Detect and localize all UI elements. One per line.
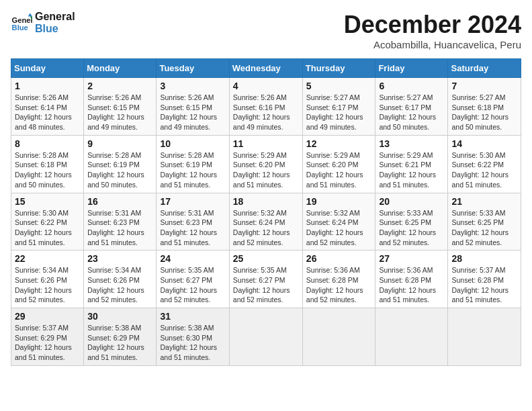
calendar-week-2: 8Sunrise: 5:28 AM Sunset: 6:18 PM Daylig… bbox=[11, 135, 521, 193]
day-info: Sunrise: 5:31 AM Sunset: 6:23 PM Dayligh… bbox=[87, 208, 152, 248]
location-subtitle: Acobambilla, Huancavelica, Peru bbox=[344, 39, 521, 50]
day-info: Sunrise: 5:29 AM Sunset: 6:21 PM Dayligh… bbox=[379, 150, 444, 190]
calendar-cell: 22Sunrise: 5:34 AM Sunset: 6:26 PM Dayli… bbox=[11, 250, 84, 308]
weekday-header-row: Sunday Monday Tuesday Wednesday Thursday… bbox=[11, 59, 521, 78]
day-info: Sunrise: 5:37 AM Sunset: 6:28 PM Dayligh… bbox=[451, 265, 517, 305]
day-info: Sunrise: 5:27 AM Sunset: 6:17 PM Dayligh… bbox=[306, 93, 372, 132]
calendar-cell: 21Sunrise: 5:33 AM Sunset: 6:25 PM Dayli… bbox=[448, 193, 521, 250]
day-info: Sunrise: 5:29 AM Sunset: 6:20 PM Dayligh… bbox=[233, 150, 299, 190]
day-number: 25 bbox=[233, 253, 299, 264]
day-number: 18 bbox=[233, 196, 299, 207]
day-number: 14 bbox=[451, 138, 517, 149]
header-sunday: Sunday bbox=[11, 59, 84, 78]
day-info: Sunrise: 5:30 AM Sunset: 6:22 PM Dayligh… bbox=[451, 150, 517, 190]
day-info: Sunrise: 5:33 AM Sunset: 6:25 PM Dayligh… bbox=[451, 208, 517, 248]
calendar-cell: 4Sunrise: 5:26 AM Sunset: 6:16 PM Daylig… bbox=[229, 78, 302, 136]
day-number: 3 bbox=[160, 81, 225, 91]
day-number: 4 bbox=[233, 81, 299, 91]
calendar-cell bbox=[448, 308, 521, 366]
calendar-cell bbox=[375, 308, 448, 366]
day-number: 28 bbox=[451, 253, 517, 264]
calendar-cell: 23Sunrise: 5:34 AM Sunset: 6:26 PM Dayli… bbox=[84, 250, 157, 308]
day-number: 1 bbox=[15, 81, 80, 91]
day-info: Sunrise: 5:26 AM Sunset: 6:16 PM Dayligh… bbox=[233, 93, 299, 132]
calendar-cell: 26Sunrise: 5:36 AM Sunset: 6:28 PM Dayli… bbox=[302, 250, 375, 308]
calendar-cell: 3Sunrise: 5:26 AM Sunset: 6:15 PM Daylig… bbox=[157, 78, 229, 136]
day-number: 26 bbox=[306, 253, 372, 264]
calendar-cell: 10Sunrise: 5:28 AM Sunset: 6:19 PM Dayli… bbox=[157, 135, 229, 193]
day-info: Sunrise: 5:38 AM Sunset: 6:29 PM Dayligh… bbox=[87, 323, 152, 363]
header-monday: Monday bbox=[84, 59, 157, 78]
day-number: 29 bbox=[15, 311, 80, 322]
calendar-cell: 16Sunrise: 5:31 AM Sunset: 6:23 PM Dayli… bbox=[84, 193, 157, 250]
day-info: Sunrise: 5:28 AM Sunset: 6:18 PM Dayligh… bbox=[15, 150, 80, 190]
calendar-cell: 9Sunrise: 5:28 AM Sunset: 6:19 PM Daylig… bbox=[84, 135, 157, 193]
calendar-cell bbox=[302, 308, 375, 366]
calendar-week-3: 15Sunrise: 5:30 AM Sunset: 6:22 PM Dayli… bbox=[11, 193, 521, 250]
calendar-cell: 11Sunrise: 5:29 AM Sunset: 6:20 PM Dayli… bbox=[229, 135, 302, 193]
day-info: Sunrise: 5:32 AM Sunset: 6:24 PM Dayligh… bbox=[306, 208, 372, 248]
svg-marker-2 bbox=[28, 13, 32, 17]
day-info: Sunrise: 5:32 AM Sunset: 6:24 PM Dayligh… bbox=[233, 208, 299, 248]
calendar-week-5: 29Sunrise: 5:37 AM Sunset: 6:29 PM Dayli… bbox=[11, 308, 521, 366]
calendar-cell: 12Sunrise: 5:29 AM Sunset: 6:20 PM Dayli… bbox=[302, 135, 375, 193]
day-number: 20 bbox=[379, 196, 444, 207]
day-number: 22 bbox=[15, 253, 80, 264]
day-info: Sunrise: 5:33 AM Sunset: 6:25 PM Dayligh… bbox=[379, 208, 444, 248]
day-info: Sunrise: 5:35 AM Sunset: 6:27 PM Dayligh… bbox=[160, 265, 225, 305]
day-info: Sunrise: 5:31 AM Sunset: 6:23 PM Dayligh… bbox=[160, 208, 225, 248]
calendar-week-1: 1Sunrise: 5:26 AM Sunset: 6:14 PM Daylig… bbox=[11, 78, 521, 136]
day-info: Sunrise: 5:27 AM Sunset: 6:17 PM Dayligh… bbox=[379, 93, 444, 132]
day-number: 9 bbox=[87, 138, 152, 149]
header-friday: Friday bbox=[375, 59, 448, 78]
calendar-cell: 1Sunrise: 5:26 AM Sunset: 6:14 PM Daylig… bbox=[11, 78, 84, 136]
day-number: 23 bbox=[87, 253, 152, 264]
day-info: Sunrise: 5:28 AM Sunset: 6:19 PM Dayligh… bbox=[87, 150, 152, 190]
calendar-cell: 24Sunrise: 5:35 AM Sunset: 6:27 PM Dayli… bbox=[157, 250, 229, 308]
title-block: December 2024 Acobambilla, Huancavelica,… bbox=[344, 11, 521, 50]
day-number: 2 bbox=[87, 81, 152, 91]
calendar-cell: 25Sunrise: 5:35 AM Sunset: 6:27 PM Dayli… bbox=[229, 250, 302, 308]
header-tuesday: Tuesday bbox=[157, 59, 229, 78]
calendar-cell: 30Sunrise: 5:38 AM Sunset: 6:29 PM Dayli… bbox=[84, 308, 157, 366]
calendar-cell: 13Sunrise: 5:29 AM Sunset: 6:21 PM Dayli… bbox=[375, 135, 448, 193]
day-number: 21 bbox=[451, 196, 517, 207]
day-info: Sunrise: 5:34 AM Sunset: 6:26 PM Dayligh… bbox=[15, 265, 80, 305]
calendar-cell: 8Sunrise: 5:28 AM Sunset: 6:18 PM Daylig… bbox=[11, 135, 84, 193]
day-number: 7 bbox=[451, 81, 517, 91]
day-number: 10 bbox=[160, 138, 225, 149]
day-info: Sunrise: 5:28 AM Sunset: 6:19 PM Dayligh… bbox=[160, 150, 225, 190]
day-info: Sunrise: 5:34 AM Sunset: 6:26 PM Dayligh… bbox=[87, 265, 152, 305]
day-info: Sunrise: 5:37 AM Sunset: 6:29 PM Dayligh… bbox=[15, 323, 80, 363]
day-info: Sunrise: 5:36 AM Sunset: 6:28 PM Dayligh… bbox=[306, 265, 372, 305]
calendar-cell: 7Sunrise: 5:27 AM Sunset: 6:18 PM Daylig… bbox=[448, 78, 521, 136]
day-info: Sunrise: 5:36 AM Sunset: 6:28 PM Dayligh… bbox=[379, 265, 444, 305]
day-info: Sunrise: 5:27 AM Sunset: 6:18 PM Dayligh… bbox=[451, 93, 517, 132]
day-info: Sunrise: 5:26 AM Sunset: 6:15 PM Dayligh… bbox=[160, 93, 225, 132]
day-number: 11 bbox=[233, 138, 299, 149]
day-number: 8 bbox=[15, 138, 80, 149]
calendar-cell: 31Sunrise: 5:38 AM Sunset: 6:30 PM Dayli… bbox=[157, 308, 229, 366]
calendar-cell: 15Sunrise: 5:30 AM Sunset: 6:22 PM Dayli… bbox=[11, 193, 84, 250]
day-info: Sunrise: 5:29 AM Sunset: 6:20 PM Dayligh… bbox=[306, 150, 372, 190]
day-number: 15 bbox=[15, 196, 80, 207]
logo-line2: Blue bbox=[35, 23, 75, 35]
calendar-cell: 19Sunrise: 5:32 AM Sunset: 6:24 PM Dayli… bbox=[302, 193, 375, 250]
day-number: 16 bbox=[87, 196, 152, 207]
day-number: 31 bbox=[160, 311, 225, 322]
day-info: Sunrise: 5:30 AM Sunset: 6:22 PM Dayligh… bbox=[15, 208, 80, 248]
calendar-week-4: 22Sunrise: 5:34 AM Sunset: 6:26 PM Dayli… bbox=[11, 250, 521, 308]
logo-icon: General Blue bbox=[11, 12, 32, 34]
day-number: 17 bbox=[160, 196, 225, 207]
logo-line1: General bbox=[35, 11, 75, 23]
calendar-cell: 2Sunrise: 5:26 AM Sunset: 6:15 PM Daylig… bbox=[84, 78, 157, 136]
calendar-cell: 17Sunrise: 5:31 AM Sunset: 6:23 PM Dayli… bbox=[157, 193, 229, 250]
calendar-cell: 14Sunrise: 5:30 AM Sunset: 6:22 PM Dayli… bbox=[448, 135, 521, 193]
month-title: December 2024 bbox=[344, 11, 521, 39]
day-number: 6 bbox=[379, 81, 444, 91]
calendar-cell: 18Sunrise: 5:32 AM Sunset: 6:24 PM Dayli… bbox=[229, 193, 302, 250]
header-saturday: Saturday bbox=[448, 59, 521, 78]
day-info: Sunrise: 5:35 AM Sunset: 6:27 PM Dayligh… bbox=[233, 265, 299, 305]
day-info: Sunrise: 5:26 AM Sunset: 6:14 PM Dayligh… bbox=[15, 93, 80, 132]
day-number: 19 bbox=[306, 196, 372, 207]
